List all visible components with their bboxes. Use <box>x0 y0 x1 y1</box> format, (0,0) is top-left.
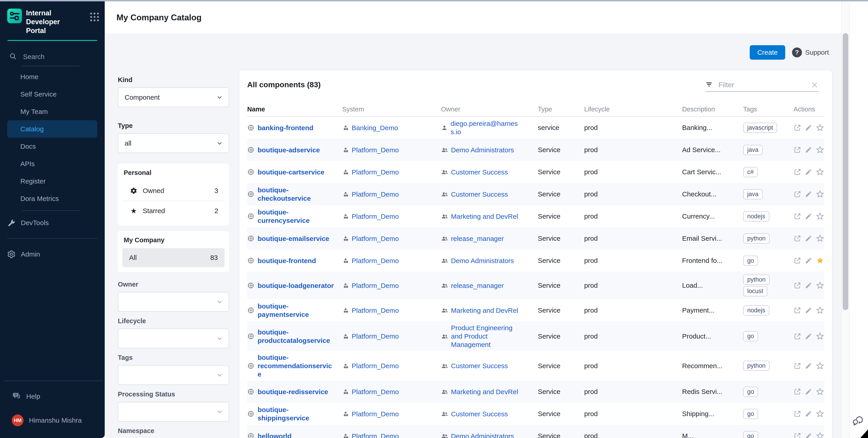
column-header-tags[interactable]: Tags <box>743 106 794 113</box>
star-outline-icon[interactable] <box>816 388 824 396</box>
system-link[interactable]: Platform_Demo <box>352 388 399 396</box>
system-link[interactable]: Platform_Demo <box>352 410 399 418</box>
create-button[interactable]: Create <box>750 45 785 60</box>
open-in-new-icon[interactable] <box>794 212 801 220</box>
edit-icon[interactable] <box>805 362 812 370</box>
sidebar-search[interactable]: Search <box>9 52 105 62</box>
open-in-new-icon[interactable] <box>794 432 801 438</box>
component-name-link[interactable]: boutique-frontend <box>257 257 316 265</box>
sidebar-item-admin[interactable]: Admin <box>0 245 105 263</box>
component-name-link[interactable]: banking-frontend <box>257 124 313 132</box>
column-header-type[interactable]: Type <box>538 106 584 113</box>
edit-icon[interactable] <box>805 124 812 131</box>
edit-icon[interactable] <box>805 191 812 198</box>
component-name-link[interactable]: boutique-shippingservice <box>257 405 335 422</box>
system-link[interactable]: Platform_Demo <box>352 332 399 340</box>
star-outline-icon[interactable] <box>816 281 824 290</box>
edit-icon[interactable] <box>805 388 812 395</box>
owner-link[interactable]: Marketing and DevRel <box>451 306 518 314</box>
component-name-link[interactable]: boutique-redisservice <box>257 388 328 396</box>
star-outline-icon[interactable] <box>816 124 824 132</box>
table-filter-input[interactable] <box>718 81 811 89</box>
system-link[interactable]: Platform_Demo <box>352 362 399 370</box>
star-outline-icon[interactable] <box>816 145 824 154</box>
sidebar-nav-item[interactable]: Self Service <box>0 86 97 103</box>
system-link[interactable]: Platform_Demo <box>352 146 399 154</box>
system-link[interactable]: Platform_Demo <box>352 168 399 176</box>
filter-select[interactable] <box>118 365 229 385</box>
owner-link[interactable]: release_manager <box>451 234 504 243</box>
owner-link[interactable]: Customer Success <box>451 410 508 418</box>
sidebar-nav-item[interactable]: Register <box>0 172 97 190</box>
edit-icon[interactable] <box>805 257 812 264</box>
component-name-link[interactable]: boutique-loadgenerator <box>257 281 334 290</box>
open-in-new-icon[interactable] <box>794 388 801 396</box>
star-outline-icon[interactable] <box>816 190 824 198</box>
scrollbar-track[interactable] <box>841 1 850 438</box>
system-link[interactable]: Platform_Demo <box>352 190 399 198</box>
open-in-new-icon[interactable] <box>794 362 801 370</box>
close-icon[interactable] <box>811 81 818 89</box>
type-select[interactable]: all <box>118 133 229 153</box>
edit-icon[interactable] <box>805 235 812 242</box>
star-outline-icon[interactable] <box>816 362 824 370</box>
owner-link[interactable]: Marketing and DevRel <box>451 212 518 221</box>
component-name-link[interactable]: boutique-currencyservice <box>257 208 335 225</box>
column-header-owner[interactable]: Owner <box>441 106 538 113</box>
edit-icon[interactable] <box>805 168 812 176</box>
component-name-link[interactable]: boutique-adservice <box>257 146 320 154</box>
app-grid-icon[interactable] <box>90 13 99 21</box>
sidebar-nav-item[interactable]: My Team <box>0 103 97 120</box>
owner-link[interactable]: Customer Success <box>451 190 508 198</box>
column-header-description[interactable]: Description <box>682 106 743 113</box>
edit-icon[interactable] <box>805 146 812 154</box>
sidebar-item-devtools[interactable]: DevTools <box>0 214 105 231</box>
edit-icon[interactable] <box>805 333 812 340</box>
support-button[interactable]: ? Support <box>792 47 829 58</box>
open-in-new-icon[interactable] <box>794 332 801 340</box>
my-company-all-row[interactable]: All 83 <box>122 248 224 267</box>
star-outline-icon[interactable] <box>816 432 824 438</box>
component-name-link[interactable]: boutique-paymentservice <box>257 302 335 319</box>
owner-link[interactable]: Customer Success <box>451 362 508 370</box>
sidebar-nav-item[interactable]: APIs <box>0 155 97 172</box>
column-header-system[interactable]: System <box>342 106 441 113</box>
open-in-new-icon[interactable] <box>794 281 801 289</box>
star-filled-icon[interactable] <box>816 256 824 265</box>
open-in-new-icon[interactable] <box>794 410 801 418</box>
component-name-link[interactable]: helloworld <box>257 432 291 438</box>
kind-select[interactable]: Component <box>118 88 229 107</box>
sidebar-nav-item[interactable]: Docs <box>0 138 97 155</box>
component-name-link[interactable]: boutique-cartservice <box>257 168 324 176</box>
sidebar-nav-item[interactable]: Dora Metrics <box>0 190 97 207</box>
owner-link[interactable]: Demo Administrators <box>451 146 514 154</box>
star-outline-icon[interactable] <box>816 306 824 314</box>
open-in-new-icon[interactable] <box>794 168 801 176</box>
owner-link[interactable]: Customer Success <box>451 168 508 176</box>
filter-select[interactable] <box>118 329 229 348</box>
system-link[interactable]: Banking_Demo <box>352 124 398 132</box>
column-header-name[interactable]: Name <box>247 106 342 113</box>
star-outline-icon[interactable] <box>816 409 824 418</box>
owner-link[interactable]: Product Engineering and Product Manageme… <box>451 324 521 349</box>
system-link[interactable]: Platform_Demo <box>352 234 399 243</box>
sidebar-nav-item[interactable]: Catalog <box>7 120 97 138</box>
column-header-lifecycle[interactable]: Lifecycle <box>584 106 682 113</box>
owner-link[interactable]: Demo Administrators <box>451 432 514 438</box>
open-in-new-icon[interactable] <box>794 306 801 314</box>
system-link[interactable]: Platform_Demo <box>352 212 399 221</box>
component-name-link[interactable]: boutique-emailservice <box>257 234 329 243</box>
chat-widget-icon[interactable] <box>851 413 864 427</box>
star-outline-icon[interactable] <box>816 332 824 341</box>
scrollbar-thumb[interactable] <box>843 33 848 310</box>
component-name-link[interactable]: boutique-recommendationservice <box>257 353 335 378</box>
system-link[interactable]: Platform_Demo <box>352 281 399 290</box>
owner-link[interactable]: Marketing and DevRel <box>451 388 518 396</box>
star-outline-icon[interactable] <box>816 168 824 176</box>
star-outline-icon[interactable] <box>816 234 824 243</box>
open-in-new-icon[interactable] <box>794 190 801 198</box>
open-in-new-icon[interactable] <box>794 146 801 154</box>
star-outline-icon[interactable] <box>816 212 824 221</box>
owner-link[interactable]: diego.pereira@harness.io <box>451 119 521 136</box>
open-in-new-icon[interactable] <box>794 235 801 242</box>
